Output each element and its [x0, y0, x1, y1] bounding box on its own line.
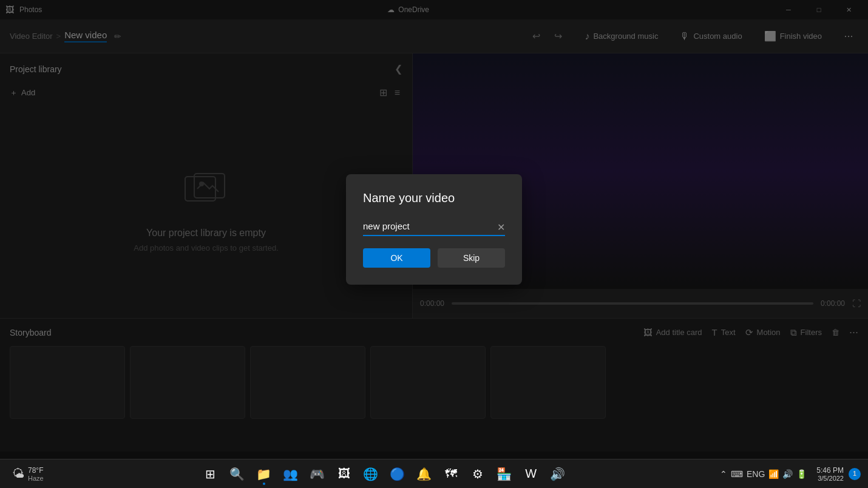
modal-input-wrapper: ✕ [363, 217, 505, 236]
modal-buttons: OK Skip [363, 248, 505, 268]
keyboard-icon[interactable]: ⌨ [731, 469, 743, 479]
taskbar-date: 3/5/2022 [818, 475, 844, 482]
photos-taskbar[interactable]: 🖼 [332, 462, 356, 486]
notification-badge[interactable]: 1 [849, 468, 861, 480]
taskbar-left: 🌤 78°F Haze [7, 466, 53, 482]
teams-taskbar[interactable]: 👥 [279, 462, 303, 486]
weather-text: 78°F Haze [28, 466, 44, 482]
yammer-taskbar[interactable]: 🔔 [412, 462, 436, 486]
taskbar-right: ⌃ ⌨ ENG 📶 🔊 🔋 5:46 PM 3/5/2022 1 [715, 466, 861, 482]
battery-icon[interactable]: 🔋 [796, 469, 807, 479]
weather-condition: Haze [28, 475, 44, 482]
language-label[interactable]: ENG [747, 469, 765, 479]
edge-taskbar[interactable]: 🌐 [359, 462, 383, 486]
video-name-input[interactable] [363, 217, 505, 236]
chrome-taskbar[interactable]: 🔵 [385, 462, 410, 486]
taskbar-clock[interactable]: 5:46 PM 3/5/2022 [814, 466, 846, 482]
weather-temp: 78°F [28, 466, 44, 475]
chevron-icon[interactable]: ⌃ [720, 469, 727, 479]
volume-icon[interactable]: 🔊 [782, 469, 793, 479]
taskbar: 🌤 78°F Haze ⊞ 🔍 📁 👥 🎮 🖼 🌐 🔵 🔔 🗺 ⚙ 🏪 W 🔊 … [0, 459, 868, 488]
taskbar-weather[interactable]: 🌤 78°F Haze [7, 466, 49, 482]
skip-button[interactable]: Skip [438, 248, 505, 268]
system-tray: ⌃ ⌨ ENG 📶 🔊 🔋 [715, 469, 812, 479]
taskbar-center: ⊞ 🔍 📁 👥 🎮 🖼 🌐 🔵 🔔 🗺 ⚙ 🏪 W 🔊 [53, 462, 715, 486]
modal-title: Name your video [363, 191, 505, 205]
settings-taskbar[interactable]: ⚙ [466, 462, 490, 486]
winstore-taskbar[interactable]: 🏪 [492, 462, 517, 486]
soundpad-taskbar[interactable]: 🔊 [546, 462, 570, 486]
file-explorer-taskbar[interactable]: 📁 [252, 462, 276, 486]
weather-icon: 🌤 [12, 467, 24, 481]
clear-input-button[interactable]: ✕ [497, 221, 505, 232]
word-taskbar[interactable]: W [519, 462, 543, 486]
ok-button[interactable]: OK [363, 248, 430, 268]
modal-overlay: Name your video ✕ OK Skip [0, 0, 868, 459]
search-taskbar-button[interactable]: 🔍 [225, 462, 249, 486]
name-video-modal: Name your video ✕ OK Skip [346, 174, 522, 285]
start-button[interactable]: ⊞ [198, 462, 223, 486]
taskbar-time: 5:46 PM [816, 466, 844, 475]
maps-taskbar[interactable]: 🗺 [439, 462, 463, 486]
wifi-icon[interactable]: 📶 [768, 469, 779, 479]
xbox-taskbar[interactable]: 🎮 [305, 462, 330, 486]
